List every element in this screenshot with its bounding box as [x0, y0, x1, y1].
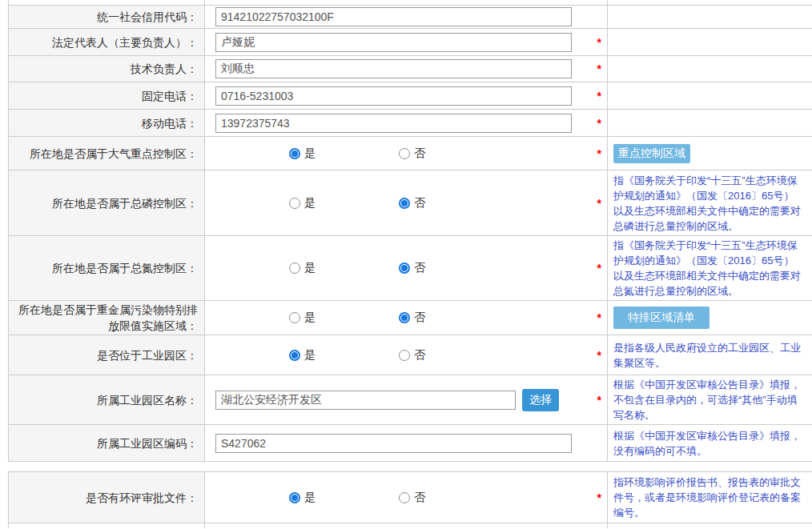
- mobile-note: [608, 110, 812, 136]
- required-star: *: [597, 62, 601, 75]
- eia-approval-note: 指环境影响评价报告书、报告表的审批文件号，或者是环境影响评价登记表的备案编号。: [608, 472, 812, 523]
- eia-approval-radio-group: 是 否: [289, 491, 425, 505]
- park-code-input[interactable]: [215, 434, 572, 453]
- registration-form-table: 统一社会信用代码： 法定代表人（主要负责人）： * 技术负责人： * 固定电话：…: [8, 0, 812, 462]
- required-star: *: [597, 147, 601, 160]
- partial-content-cell: [205, 0, 608, 5]
- partial-label-cell: [9, 523, 205, 528]
- row-legal-rep: 法定代表人（主要负责人）： *: [9, 29, 812, 56]
- phosphorus-region-note: 指《国务院关于印发“十三五”生态环境保护规划的通知》（国发〔2016〕65号）以…: [608, 170, 812, 235]
- radio-no[interactable]: 否: [399, 311, 425, 325]
- eia-approval-content: 是 否 *: [205, 472, 608, 523]
- row-heavy-metal-region: 所在地是否属于重金属污染物特别排放限值实施区域： 是 否 * 特排区域清单: [9, 301, 812, 335]
- landline-input[interactable]: [215, 86, 572, 106]
- partial-row-top: [9, 0, 812, 6]
- radio-yes-label: 是: [304, 311, 316, 325]
- row-phosphorus-region: 所在地是否属于总磷控制区： 是 否 * 指《国务院关于印发“十三五”生态环境保护…: [9, 170, 812, 236]
- legal-rep-label: 法定代表人（主要负责人）：: [9, 29, 205, 55]
- row-mobile: 移动电话： *: [9, 110, 812, 137]
- legal-rep-note: [608, 29, 812, 55]
- radio-no[interactable]: 否: [399, 261, 425, 275]
- industrial-park-content: 是 否 *: [205, 335, 608, 375]
- radio-unselected-icon: [399, 492, 410, 503]
- air-key-region-radio-group: 是 否: [289, 146, 425, 161]
- radio-yes[interactable]: 是: [289, 311, 316, 325]
- row-nitrogen-region: 所在地是否属于总氮控制区： 是 否 * 指《国务院关于印发“十三五”生态环境保护…: [9, 236, 812, 301]
- row-industrial-park: 是否位于工业园区： 是 否 * 是指各级人民政府设立的工业园区、工业集聚区等。: [9, 335, 812, 375]
- park-name-input[interactable]: [215, 391, 516, 410]
- row-landline: 固定电话： *: [9, 82, 812, 110]
- park-name-label: 所属工业园区名称：: [9, 375, 205, 424]
- air-key-region-note: 重点控制区域: [608, 137, 812, 170]
- credit-code-label: 统一社会信用代码：: [9, 6, 205, 28]
- legal-rep-input[interactable]: [215, 33, 572, 52]
- radio-yes-label: 是: [304, 348, 316, 363]
- radio-no-label: 否: [414, 348, 425, 363]
- key-control-region-button[interactable]: 重点控制区域: [613, 144, 690, 163]
- tech-lead-input[interactable]: [215, 59, 572, 78]
- required-star: *: [597, 197, 601, 210]
- air-key-region-content: 是 否 *: [205, 137, 608, 170]
- radio-unselected-icon: [289, 262, 300, 274]
- industrial-park-label: 是否位于工业园区：: [9, 335, 205, 375]
- industrial-park-radio-group: 是 否: [289, 348, 425, 363]
- partial-row-bottom: [9, 523, 812, 528]
- required-star: *: [597, 262, 601, 275]
- radio-no[interactable]: 否: [399, 491, 425, 505]
- tech-lead-label: 技术负责人：: [9, 56, 205, 82]
- row-tech-lead: 技术负责人： *: [9, 56, 812, 82]
- required-star: *: [597, 349, 601, 362]
- partial-label-cell: [9, 0, 205, 5]
- radio-unselected-icon: [289, 312, 300, 323]
- phosphorus-region-label: 所在地是否属于总磷控制区：: [9, 170, 205, 235]
- radio-selected-icon: [289, 350, 300, 361]
- park-code-note: 根据《中国开发区审核公告目录》填报，没有编码的可不填。: [608, 425, 812, 461]
- park-name-content: 选择 *: [205, 375, 608, 424]
- special-emission-list-button[interactable]: 特排区域清单: [613, 307, 709, 329]
- radio-yes[interactable]: 是: [289, 348, 316, 363]
- park-name-note: 根据《中国开发区审核公告目录》填报，不包含在目录内的，可选择“其他”手动填写名称…: [608, 375, 812, 424]
- radio-no[interactable]: 否: [399, 146, 425, 161]
- required-star: *: [597, 394, 601, 407]
- radio-no[interactable]: 否: [399, 348, 425, 363]
- radio-no-label: 否: [414, 491, 425, 505]
- phosphorus-region-content: 是 否 *: [205, 170, 608, 235]
- row-park-name: 所属工业园区名称： 选择 * 根据《中国开发区审核公告目录》填报，不包含在目录内…: [9, 375, 812, 425]
- radio-yes-label: 是: [304, 491, 316, 505]
- radio-yes[interactable]: 是: [289, 261, 316, 275]
- radio-no-label: 否: [414, 311, 425, 325]
- radio-selected-icon: [399, 198, 410, 209]
- tech-lead-note: [608, 56, 812, 82]
- radio-yes[interactable]: 是: [289, 146, 316, 161]
- radio-yes[interactable]: 是: [289, 196, 316, 210]
- required-star: *: [597, 117, 601, 130]
- required-star: *: [597, 491, 601, 504]
- park-code-content: [205, 425, 608, 461]
- credit-code-input[interactable]: [215, 7, 572, 26]
- radio-selected-icon: [399, 312, 410, 323]
- heavy-metal-region-label: 所在地是否属于重金属污染物特别排放限值实施区域：: [9, 301, 205, 335]
- tech-lead-content: *: [205, 56, 608, 82]
- row-park-code: 所属工业园区编码： 根据《中国开发区审核公告目录》填报，没有编码的可不填。: [9, 425, 812, 462]
- radio-yes[interactable]: 是: [289, 491, 316, 505]
- radio-yes-label: 是: [304, 196, 316, 210]
- heavy-metal-radio-group: 是 否: [289, 311, 425, 325]
- required-star: *: [597, 36, 601, 49]
- credit-code-content: [205, 6, 608, 28]
- partial-content-cell: [205, 523, 608, 528]
- air-key-region-label: 所在地是否属于大气重点控制区：: [9, 137, 205, 170]
- required-star: *: [597, 311, 601, 324]
- phosphorus-region-radio-group: 是 否: [289, 196, 425, 210]
- partial-note-cell: [608, 523, 812, 529]
- credit-code-note: [608, 6, 812, 28]
- eia-approval-label: 是否有环评审批文件：: [9, 472, 205, 523]
- select-button[interactable]: 选择: [522, 389, 559, 411]
- heavy-metal-region-content: 是 否 *: [205, 301, 608, 335]
- heavy-metal-region-note: 特排区域清单: [608, 301, 812, 335]
- landline-note: [608, 82, 812, 109]
- radio-selected-icon: [289, 148, 300, 159]
- mobile-input[interactable]: [215, 114, 572, 133]
- row-credit-code: 统一社会信用代码：: [9, 6, 812, 29]
- radio-no[interactable]: 否: [399, 196, 425, 210]
- park-code-label: 所属工业园区编码：: [9, 425, 205, 461]
